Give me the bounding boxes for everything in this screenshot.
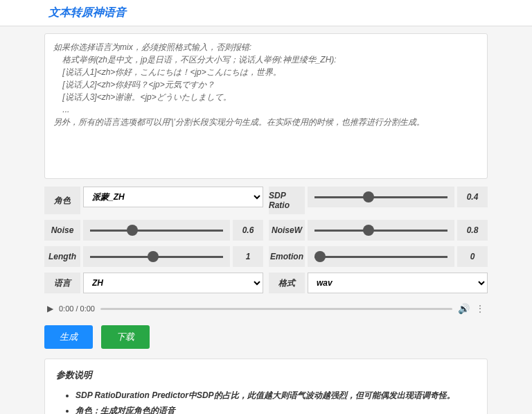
format-select[interactable]: wav: [308, 273, 488, 293]
length-slider[interactable]: [90, 256, 223, 258]
audio-track[interactable]: [100, 308, 452, 310]
sdp-value: 0.4: [457, 187, 488, 207]
noise-label: Noise: [44, 220, 80, 241]
emotion-slider[interactable]: [314, 256, 447, 258]
main-container: 角色 派蒙_ZH SDP Ratio 0.4 Noise 0.6 NoiseW …: [44, 33, 488, 414]
emotion-label: Emotion: [269, 246, 305, 267]
notes-panel: 参数说明 SDP RatioDuration Predictor中SDP的占比，…: [44, 359, 488, 414]
sdp-slider[interactable]: [314, 196, 447, 198]
list-item: SDP RatioDuration Predictor中SDP的占比，此值越大则…: [76, 388, 476, 404]
length-label: Length: [44, 246, 80, 267]
volume-icon[interactable]: 🔊: [458, 303, 470, 314]
menu-icon[interactable]: ⋮: [475, 303, 485, 314]
noise-slider[interactable]: [90, 230, 223, 232]
text-input[interactable]: [44, 33, 488, 179]
lang-select[interactable]: ZH: [83, 273, 263, 293]
notes-title: 参数说明: [56, 369, 476, 381]
role-label: 角色: [44, 187, 80, 214]
noisew-value: 0.8: [457, 220, 488, 241]
role-select[interactable]: 派蒙_ZH: [83, 187, 263, 207]
list-item: 角色：生成对应角色的语音: [76, 404, 476, 414]
generate-button[interactable]: 生成: [44, 325, 93, 349]
noise-value: 0.6: [233, 220, 263, 241]
emotion-value: 0: [457, 246, 488, 267]
notes-list: SDP RatioDuration Predictor中SDP的占比，此值越大则…: [76, 388, 476, 414]
audio-time: 0:00 / 0:00: [59, 304, 95, 313]
noisew-label: NoiseW: [269, 220, 305, 241]
sdp-label: SDP Ratio: [269, 187, 305, 214]
divider: [0, 26, 532, 26]
lang-label: 语言: [44, 273, 80, 293]
download-button[interactable]: 下载: [101, 325, 150, 349]
format-label: 格式: [269, 273, 305, 293]
audio-player: ▶ 0:00 / 0:00 🔊 ⋮: [44, 303, 488, 314]
play-icon[interactable]: ▶: [47, 304, 53, 313]
length-value: 1: [233, 246, 263, 267]
page-title: 文本转原神语音: [0, 0, 532, 26]
noisew-slider[interactable]: [314, 230, 447, 232]
